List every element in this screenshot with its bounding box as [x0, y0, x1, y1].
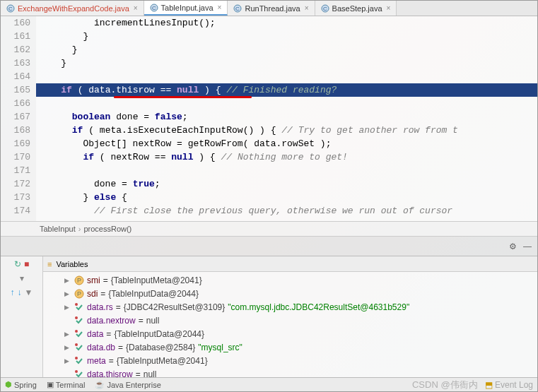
expand-arrow-icon[interactable]: ▶: [64, 344, 71, 351]
equals: =: [106, 329, 111, 339]
svg-point-16: [75, 357, 78, 360]
file-icon: C: [321, 4, 329, 13]
settings-icon[interactable]: ⚙: [509, 242, 519, 251]
var-name: meta: [87, 356, 106, 366]
close-icon[interactable]: ×: [305, 4, 309, 12]
var-name: data.rs: [87, 302, 113, 312]
close-icon[interactable]: ×: [387, 4, 391, 12]
stop-icon[interactable]: ■: [24, 259, 29, 269]
svg-text:P: P: [77, 277, 81, 284]
close-icon[interactable]: ×: [218, 4, 222, 11]
variable-row[interactable]: data.thisrow = null: [43, 367, 537, 377]
expand-arrow-icon[interactable]: ▶: [64, 304, 71, 311]
code-area[interactable]: incrementLinesInput(); } } } if ( data.t…: [36, 16, 537, 221]
breadcrumb-item[interactable]: processRow(): [83, 225, 131, 233]
line-number: 169: [1, 137, 30, 150]
event-log[interactable]: ⬒ Event Log: [485, 380, 533, 390]
line-number: 162: [1, 43, 30, 57]
equals: =: [139, 316, 144, 326]
expand-arrow-icon[interactable]: ▶: [64, 277, 71, 284]
watch-icon: [74, 369, 84, 378]
debug-toolbar: ↻ ■ ▾ ↑ ↓ ▼: [1, 256, 43, 377]
var-name: data: [87, 329, 103, 339]
tool-terminal[interactable]: ▣Terminal: [47, 380, 86, 389]
var-value: {JDBC42ResultSet@3109}: [124, 302, 226, 312]
variable-row[interactable]: ▶data = {TableInputData@2044}: [43, 327, 537, 340]
line-number: 166: [1, 97, 30, 110]
var-name: data.thisrow: [87, 369, 133, 378]
code-line: if ( meta.isExecuteEachInputRow() ) { //…: [36, 124, 537, 137]
debug-variables: ≡ Variables ▶Psmi = {TableInputMeta@2041…: [43, 256, 537, 377]
status-bar: ⬢Spring ▣Terminal ☕Java Enterprise CSDN …: [1, 377, 537, 391]
step-down-icon[interactable]: ↓: [18, 287, 22, 297]
var-value: {TableInputMeta@2041}: [117, 356, 208, 366]
expand-arrow-icon[interactable]: ▶: [64, 290, 71, 297]
code-line: }: [36, 43, 537, 57]
equals: =: [116, 302, 121, 312]
watch-icon: [74, 316, 84, 326]
svg-point-15: [75, 343, 78, 346]
panel-divider[interactable]: ⚙ —: [1, 237, 537, 256]
var-name: data.nextrow: [87, 316, 136, 326]
variable-row[interactable]: ▶Psmi = {TableInputMeta@2041}: [43, 273, 537, 287]
line-gutter: 1601611621631641651661671681691701711721…: [1, 16, 36, 221]
close-icon[interactable]: ×: [134, 4, 138, 12]
expand-arrow-icon[interactable]: ▶: [64, 357, 71, 364]
variable-row[interactable]: ▶meta = {TableInputMeta@2041}: [43, 354, 537, 367]
svg-point-17: [75, 370, 78, 373]
tab-label: RunThread.java: [245, 4, 300, 13]
var-value: {TableInputData@2044}: [108, 289, 199, 299]
tab-label: ExchangeWithExpandCode.java: [18, 4, 129, 13]
variable-row[interactable]: ▶Psdi = {TableInputData@2044}: [43, 287, 537, 300]
svg-text:C: C: [8, 6, 13, 12]
editor-tab[interactable]: CExchangeWithExpandCode.java×: [1, 1, 144, 16]
svg-point-12: [75, 303, 78, 306]
tool-java-enterprise[interactable]: ☕Java Enterprise: [95, 380, 160, 389]
breadcrumb-item[interactable]: TableInput: [40, 225, 76, 233]
svg-text:C: C: [152, 5, 156, 11]
tab-label: TableInput.java: [161, 4, 214, 12]
line-number: 164: [1, 70, 30, 83]
code-line: [36, 70, 537, 83]
line-number: 172: [1, 177, 30, 191]
svg-point-13: [75, 316, 78, 319]
editor-tab[interactable]: CBaseStep.java×: [315, 1, 397, 16]
var-string: "com.mysql.jdbc.JDBC42ResultSet@4631b529…: [228, 302, 409, 312]
variable-row[interactable]: data.nextrow = null: [43, 314, 537, 327]
tool-spring[interactable]: ⬢Spring: [5, 380, 37, 389]
var-value: null: [146, 316, 160, 326]
step-up-icon[interactable]: ↑: [11, 287, 15, 297]
code-editor[interactable]: 1601611621631641651661671681691701711721…: [1, 16, 537, 221]
file-icon: C: [6, 4, 15, 13]
variables-header: ≡ Variables: [43, 256, 537, 272]
svg-text:P: P: [77, 290, 81, 297]
var-value: {TableInputData@2044}: [114, 329, 204, 339]
editor-tabs: CExchangeWithExpandCode.java×CTableInput…: [1, 1, 537, 16]
code-line: boolean done = false;: [36, 110, 537, 124]
equals: =: [100, 289, 105, 299]
code-line: Object[] nextRow = getRowFrom( data.rowS…: [36, 137, 537, 150]
editor-tab[interactable]: CTableInput.java×: [144, 1, 228, 16]
var-name: sdi: [87, 289, 98, 299]
variables-title: Variables: [56, 260, 88, 268]
restart-icon[interactable]: ↻: [14, 259, 21, 269]
variables-icon: ≡: [47, 260, 52, 268]
code-line: done = true;: [36, 177, 537, 191]
line-number: 167: [1, 110, 30, 124]
equals: =: [136, 369, 141, 378]
file-icon: C: [233, 4, 242, 13]
editor-tab[interactable]: CRunThread.java×: [228, 1, 315, 16]
spring-icon: ⬢: [5, 380, 12, 389]
variable-row[interactable]: ▶data.rs = {JDBC42ResultSet@3109} "com.m…: [43, 300, 537, 314]
filter-icon[interactable]: ▼: [25, 287, 33, 297]
annotation-underline: [114, 96, 252, 98]
variables-tree[interactable]: ▶Psmi = {TableInputMeta@2041}▶Psdi = {Ta…: [43, 272, 537, 377]
breadcrumb: TableInput › processRow(): [1, 221, 537, 237]
code-line: [36, 164, 537, 177]
minimize-icon[interactable]: —: [523, 242, 533, 251]
line-number: 165: [1, 83, 30, 97]
chevron-down-icon[interactable]: ▾: [20, 273, 24, 283]
variable-row[interactable]: ▶data.db = {Database@2584} "mysql_src": [43, 340, 537, 354]
expand-arrow-icon[interactable]: ▶: [64, 331, 71, 338]
equals: =: [103, 275, 108, 285]
